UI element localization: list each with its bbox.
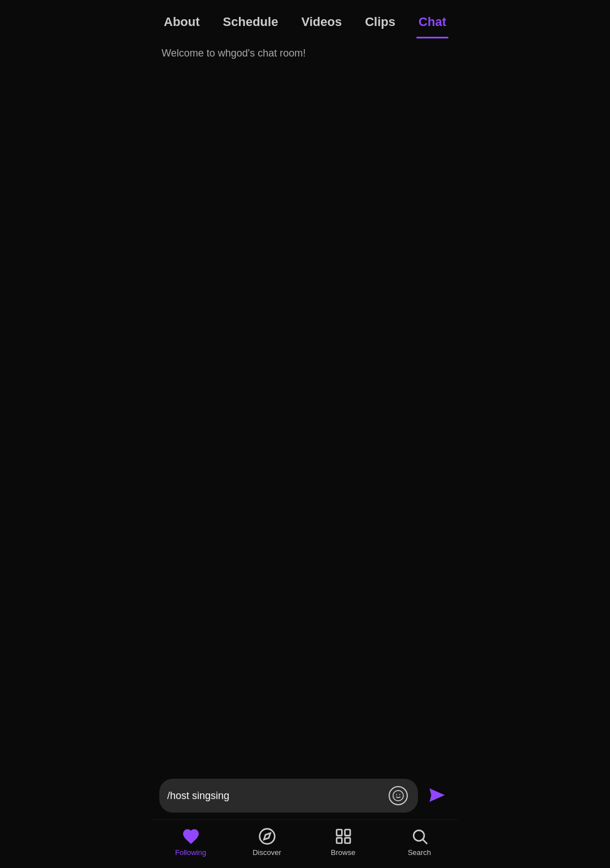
compass-icon xyxy=(258,827,277,846)
nav-label-following: Following xyxy=(175,848,206,857)
chat-input-container xyxy=(159,779,418,813)
nav-label-browse: Browse xyxy=(331,848,355,857)
nav-item-following[interactable]: Following xyxy=(168,827,213,857)
emoji-icon xyxy=(389,786,408,805)
nav-label-search: Search xyxy=(408,848,431,857)
svg-rect-6 xyxy=(337,838,342,843)
heart-icon xyxy=(181,827,201,846)
nav-item-search[interactable]: Search xyxy=(397,827,442,857)
chat-input[interactable] xyxy=(167,790,386,802)
tab-chat[interactable]: Chat xyxy=(416,10,448,34)
tab-clips[interactable]: Clips xyxy=(363,10,398,34)
tab-videos[interactable]: Videos xyxy=(299,10,344,34)
svg-point-1 xyxy=(396,794,397,795)
chat-input-area xyxy=(152,773,457,819)
chat-area: Welcome to whgod's chat room! xyxy=(152,34,457,773)
nav-item-browse[interactable]: Browse xyxy=(321,827,366,857)
tab-about[interactable]: About xyxy=(162,10,202,34)
svg-point-2 xyxy=(399,794,400,795)
top-nav: About Schedule Videos Clips Chat xyxy=(152,0,457,34)
send-icon xyxy=(427,785,447,807)
emoji-button[interactable] xyxy=(386,784,410,808)
svg-rect-7 xyxy=(345,838,350,843)
tab-schedule[interactable]: Schedule xyxy=(221,10,281,34)
nav-item-discover[interactable]: Discover xyxy=(245,827,290,857)
svg-rect-4 xyxy=(337,830,342,836)
browse-icon xyxy=(334,827,353,846)
smiley-icon xyxy=(392,789,404,802)
search-icon xyxy=(410,827,429,846)
svg-rect-5 xyxy=(345,830,350,836)
svg-point-0 xyxy=(393,791,403,801)
send-button[interactable] xyxy=(424,782,451,810)
bottom-nav: Following Discover Browse xyxy=(152,819,457,868)
nav-label-discover: Discover xyxy=(252,848,281,857)
svg-point-3 xyxy=(259,829,274,844)
welcome-message: Welcome to whgod's chat room! xyxy=(162,47,448,59)
chat-messages xyxy=(162,59,448,762)
svg-line-9 xyxy=(423,840,427,844)
svg-point-8 xyxy=(413,830,424,841)
